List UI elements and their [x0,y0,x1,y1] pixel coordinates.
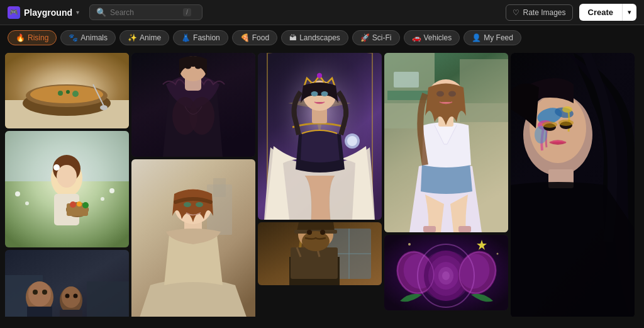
svg-point-31 [33,290,38,295]
search-icon: 🔍 [96,8,106,17]
svg-point-4 [30,86,103,103]
svg-point-14 [109,188,114,193]
create-button[interactable]: Create [579,4,622,21]
svg-point-5 [58,91,63,96]
create-button-group: Create ▾ [579,4,636,21]
anime-icon: ✨ [128,33,137,42]
person-icon: 👤 [472,33,481,42]
header-right: ♡ Rate Images Create ▾ [506,4,636,21]
chevron-down-icon: ▾ [76,9,79,16]
fashion-icon: 👗 [181,33,191,42]
svg-point-113 [562,106,572,113]
svg-point-6 [66,90,70,94]
svg-point-63 [321,91,328,96]
svg-point-19 [53,164,60,171]
svg-point-15 [101,197,104,201]
list-item[interactable] [131,159,255,317]
search-shortcut: / [183,8,191,16]
svg-point-76 [307,230,312,235]
filters-bar: 🔥 Rising 🐾 Animals ✨ Anime 👗 Fashion 🍕 F… [0,25,644,50]
svg-rect-38 [60,310,82,317]
list-item[interactable] [5,250,129,317]
svg-point-7 [72,91,79,97]
svg-point-32 [42,290,47,295]
svg-point-18 [57,165,77,188]
svg-rect-81 [460,59,508,122]
search-bar[interactable]: 🔍 / [89,4,203,20]
gallery-col-1 [5,53,129,317]
logo[interactable]: 🎮 Playground ▾ [8,6,79,19]
filter-animals[interactable]: 🐾 Animals [60,30,116,45]
svg-rect-37 [27,307,52,317]
svg-point-62 [311,91,318,96]
svg-point-87 [448,91,456,97]
search-input[interactable] [110,8,179,17]
list-item[interactable] [258,222,382,285]
landscapes-icon: 🏔 [289,33,297,42]
svg-point-77 [320,230,325,235]
svg-point-35 [65,294,70,298]
logo-text: Playground [24,8,72,18]
svg-rect-28 [87,281,129,317]
rate-images-button[interactable]: ♡ Rate Images [506,4,572,21]
filter-rising[interactable]: 🔥 Rising [8,30,57,45]
gallery-col-4 [384,53,508,317]
svg-point-45 [195,65,201,69]
svg-point-13 [25,201,29,205]
svg-point-30 [28,281,51,307]
svg-point-44 [185,65,191,69]
svg-point-65 [347,136,357,146]
svg-point-92 [408,243,411,246]
svg-point-12 [15,191,20,196]
header: 🎮 Playground ▾ 🔍 / ♡ Rate Images Create … [0,0,644,25]
list-item[interactable] [511,53,635,317]
header-left: 🎮 Playground ▾ 🔍 / [8,4,203,20]
gallery-col-2 [131,53,255,317]
list-item[interactable] [5,53,129,128]
svg-point-25 [82,202,89,208]
svg-point-117 [542,122,557,128]
animals-icon: 🐾 [69,33,78,42]
svg-point-75 [302,231,330,251]
heart-icon: ♡ [513,8,519,17]
svg-point-24 [77,201,82,206]
filter-landscapes[interactable]: 🏔 Landscapes [281,30,348,45]
svg-rect-83 [394,72,419,88]
svg-point-36 [74,294,78,298]
svg-point-86 [436,91,444,97]
list-item[interactable] [384,235,508,310]
vehicles-icon: 🚗 [412,33,421,42]
svg-point-101 [442,271,450,280]
svg-point-118 [558,120,574,126]
logo-icon: 🎮 [8,6,20,19]
filter-fashion[interactable]: 👗 Fashion [173,30,228,45]
svg-point-93 [497,253,499,255]
fire-icon: 🔥 [16,33,25,42]
gallery-col-3 [258,53,382,317]
gallery-col-5 [511,53,635,317]
filter-myfeed[interactable]: 👤 My Feed [464,30,521,45]
svg-point-23 [70,201,76,208]
svg-rect-48 [213,178,226,197]
scifi-icon: 🚀 [360,33,370,42]
list-item[interactable] [258,53,382,220]
svg-point-59 [317,73,322,78]
filter-scifi[interactable]: 🚀 Sci-Fi [352,30,400,45]
svg-rect-89 [458,226,471,232]
svg-point-41 [189,97,214,135]
filter-food[interactable]: 🍕 Food [232,30,277,45]
filter-anime[interactable]: ✨ Anime [119,30,169,45]
svg-point-34 [62,286,80,308]
svg-rect-88 [423,226,436,232]
filter-vehicles[interactable]: 🚗 Vehicles [404,30,460,45]
svg-point-52 [196,202,203,207]
list-item[interactable] [384,53,508,232]
svg-rect-71 [291,247,338,279]
svg-point-9 [100,105,108,110]
svg-point-51 [184,202,191,207]
create-dropdown-button[interactable]: ▾ [622,4,636,21]
gallery [0,50,644,317]
list-item[interactable] [5,131,129,247]
food-icon: 🍕 [240,33,250,42]
list-item[interactable] [131,53,255,157]
